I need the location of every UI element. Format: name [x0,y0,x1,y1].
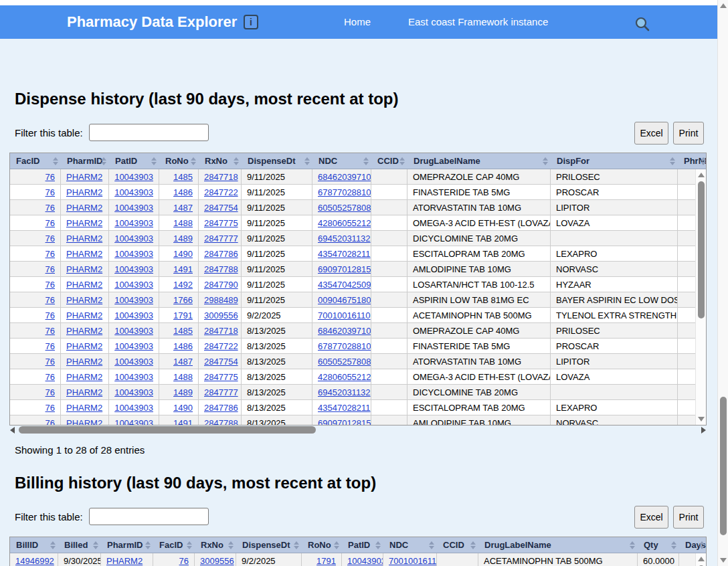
column-header-druglabelname[interactable]: DrugLabelName [407,153,551,169]
link-facid[interactable]: 76 [46,203,55,213]
link-patid[interactable]: 10043903 [114,249,153,259]
link-rxno[interactable]: 2847718 [204,172,238,182]
link-patid[interactable]: 10043903 [114,218,153,228]
column-header-billed[interactable]: Billed [58,537,101,553]
link-facid[interactable]: 76 [46,172,55,182]
dispense-vertical-scrollbar[interactable] [695,169,706,425]
link-ndc[interactable]: 69452031132 [318,233,371,244]
column-header-dispensedt[interactable]: DispenseDt [242,153,312,169]
column-header-ccid[interactable]: CCID [371,153,407,169]
billing-vertical-scrollbar[interactable] [695,553,706,566]
link-rono[interactable]: 1486 [173,187,193,197]
scroll-down-arrow-icon[interactable] [720,558,727,563]
link-ndc[interactable]: 42806055212 [318,372,371,382]
column-header-druglabelname[interactable]: DrugLabelName [478,537,638,553]
scroll-right-arrow-icon[interactable] [701,427,706,434]
page-scroll-thumb[interactable] [720,397,727,535]
link-patid[interactable]: 10043903 [114,203,153,213]
column-header-facid[interactable]: FacID [153,537,195,553]
link-ndc[interactable]: 43547042509 [318,280,371,290]
link-rono[interactable]: 1488 [173,218,193,228]
link-patid[interactable]: 10043903 [114,187,153,197]
link-patid[interactable]: 10043903 [114,403,153,413]
nav-home-link[interactable]: Home [344,5,371,39]
link-billid[interactable]: 14946992 [15,556,54,566]
link-rxno[interactable]: 2847775 [204,372,238,382]
link-patid[interactable]: 10043903 [114,233,153,244]
link-pharmid[interactable]: PHARM2 [66,280,102,290]
link-rxno[interactable]: 2847722 [204,187,238,197]
link-rono[interactable]: 1487 [173,357,193,367]
link-rxno[interactable]: 3009556 [204,310,238,320]
link-facid[interactable]: 76 [46,187,55,197]
link-ndc[interactable]: 69452031132 [318,387,371,397]
link-patid[interactable]: 10043903 [114,372,153,382]
link-pharmid[interactable]: PHARM2 [66,387,102,397]
link-ndc[interactable]: 60505257808 [318,357,371,367]
link-ndc[interactable]: 43547028211 [318,249,371,259]
link-patid[interactable]: 10043903 [114,310,153,320]
link-rono[interactable]: 1766 [173,295,193,305]
link-rono[interactable]: 1485 [173,172,193,182]
link-ndc[interactable]: 69097012815 [318,418,371,426]
dispense-scroll-thumb[interactable] [698,181,705,318]
link-rxno[interactable]: 2847777 [204,387,238,397]
link-rono[interactable]: 1791 [316,556,336,566]
link-rono[interactable]: 1486 [173,341,193,351]
scroll-up-arrow-icon[interactable] [720,3,727,8]
column-header-rono[interactable]: RoNo [302,537,342,553]
link-pharmid[interactable]: PHARM2 [66,326,102,336]
link-facid[interactable]: 76 [46,249,55,259]
link-rono[interactable]: 1490 [173,403,193,413]
link-rono[interactable]: 1489 [173,233,193,244]
column-header-dispfor[interactable]: DispFor [551,153,678,169]
column-header-rxno[interactable]: RxNo [199,153,242,169]
link-patid[interactable]: 10043903 [114,418,153,426]
link-pharmid[interactable]: PHARM2 [66,418,102,426]
link-ndc[interactable]: 68462039710 [318,326,371,336]
link-rxno[interactable]: 2847775 [204,218,238,228]
link-ndc[interactable]: 68462039710 [318,172,371,182]
link-patid[interactable]: 10043903 [114,280,153,290]
dispense-excel-button[interactable]: Excel [634,122,668,145]
link-rono[interactable]: 1488 [173,372,193,382]
link-facid[interactable]: 76 [46,233,55,244]
link-rxno[interactable]: 2847788 [204,418,238,426]
column-header-dispensedt[interactable]: DispenseDt [236,537,302,553]
link-pharmid[interactable]: PHARM2 [66,295,102,305]
link-rxno[interactable]: 2847754 [204,357,238,367]
dispense-filter-input[interactable] [89,124,209,141]
link-patid[interactable]: 10043903 [114,341,153,351]
link-rono[interactable]: 1485 [173,326,193,336]
link-pharmid[interactable]: PHARM2 [66,264,102,274]
link-facid[interactable]: 76 [46,280,55,290]
link-patid[interactable]: 10043903 [114,357,153,367]
link-rxno[interactable]: 2847786 [204,403,238,413]
link-ndc[interactable]: 43547028211 [318,403,371,413]
link-rxno[interactable]: 2847777 [204,233,238,244]
link-ndc[interactable]: 60505257808 [318,203,371,213]
link-ndc[interactable]: 67877028810 [318,341,371,351]
link-pharmid[interactable]: PHARM2 [66,341,102,351]
column-header-patid[interactable]: PatID [109,153,159,169]
link-rono[interactable]: 1491 [173,418,193,426]
column-header-rono[interactable]: RoNo [159,153,199,169]
link-facid[interactable]: 76 [46,403,55,413]
link-rxno[interactable]: 2847790 [204,280,238,290]
link-rxno[interactable]: 2847722 [204,341,238,351]
column-header-phrnpi[interactable]: PhrNPI [678,153,707,169]
link-ndc[interactable]: 67877028810 [318,187,371,197]
link-facid[interactable]: 76 [46,326,55,336]
link-rxno[interactable]: 2988489 [204,295,238,305]
link-pharmid[interactable]: PHARM2 [66,172,102,182]
link-rono[interactable]: 1487 [173,203,193,213]
column-header-dayss[interactable]: DaysS [679,537,707,553]
billing-filter-input[interactable] [89,508,209,525]
link-ndc[interactable]: 00904675180 [318,295,371,305]
link-pharmid[interactable]: PHARM2 [66,218,102,228]
link-rxno[interactable]: 2847718 [204,326,238,336]
column-header-rxno[interactable]: RxNo [195,537,236,553]
link-rxno[interactable]: 3009556 [200,556,234,566]
link-rono[interactable]: 1492 [173,280,193,290]
billing-excel-button[interactable]: Excel [634,506,668,529]
